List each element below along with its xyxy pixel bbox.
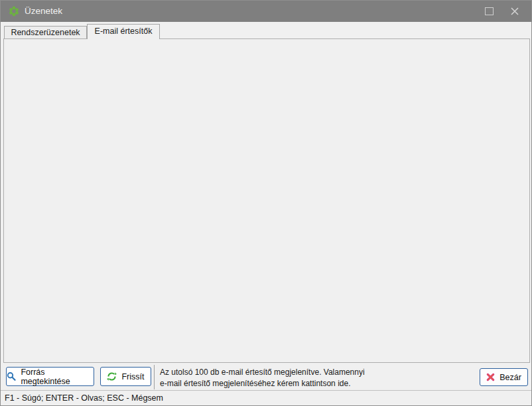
window-title: Üzenetek	[25, 1, 62, 22]
info-line-2: e-mail értesítő megjelenítéséhez kérem k…	[160, 378, 365, 389]
status-bar: F1 - Súgó; ENTER - Olvas; ESC - Mégsem	[1, 390, 531, 405]
tab-email-ertesitok[interactable]: E-mail értesítők	[87, 24, 160, 39]
refresh-icon	[107, 372, 117, 381]
refresh-button[interactable]: Frissít	[100, 367, 151, 386]
status-text: F1 - Súgó; ENTER - Olvas; ESC - Mégsem	[5, 391, 163, 405]
close-label: Bezár	[499, 373, 521, 382]
app-icon	[9, 6, 19, 17]
titlebar: Üzenetek	[1, 1, 531, 22]
magnifier-icon	[7, 372, 16, 381]
info-line-1: Az utolsó 100 db e-mail értesítő megjele…	[160, 367, 365, 378]
show-all-notifications-link[interactable]: Az utolsó 100 db e-mail értesítő megjele…	[160, 367, 365, 389]
view-source-label: Forrás megtekintése	[21, 368, 94, 386]
messages-window: Üzenetek Rendszerüzenetek E-mail értesít…	[0, 0, 532, 406]
tab-rendszeruzenetek[interactable]: Rendszerüzenetek	[4, 26, 87, 38]
maximize-button[interactable]	[485, 7, 494, 15]
refresh-label: Frissít	[121, 372, 144, 381]
footer-separator	[154, 365, 155, 389]
close-x-icon	[486, 373, 495, 381]
view-source-button[interactable]: Forrás megtekintése	[6, 367, 94, 386]
tab-page	[3, 38, 530, 363]
close-window-icon[interactable]	[510, 7, 519, 16]
close-button[interactable]: Bezár	[480, 368, 528, 386]
